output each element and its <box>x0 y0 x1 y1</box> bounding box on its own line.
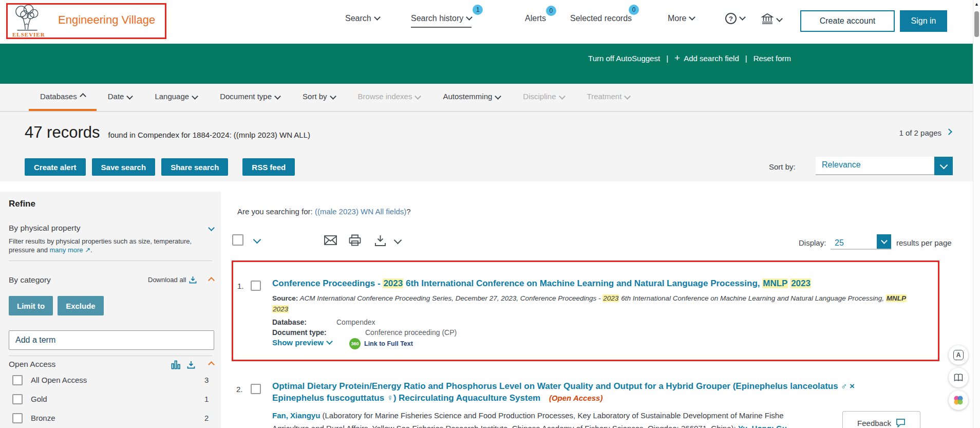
chevron-up-icon[interactable] <box>208 277 215 284</box>
result-1-source: Source: ACM International Conference Pro… <box>272 293 917 314</box>
translate-icon: A <box>953 350 964 360</box>
full-text-link[interactable]: 360 Link to Full Text <box>349 338 413 349</box>
360-badge-icon: 360 <box>349 338 361 349</box>
refine-title: Refine <box>9 199 35 209</box>
nav-search[interactable]: Search <box>345 14 380 23</box>
bronze-checkbox[interactable] <box>12 413 23 423</box>
result-2-checkbox[interactable] <box>251 384 261 394</box>
tab-autostemming[interactable]: Autostemming <box>431 84 512 111</box>
result-1-database-row: Database:Compendex <box>272 318 375 327</box>
nav-more[interactable]: More <box>668 14 694 23</box>
scrollbar-thumb[interactable] <box>974 11 979 37</box>
nav-search-history[interactable]: Search history 1 <box>411 14 472 28</box>
bar-chart-icon[interactable] <box>171 360 181 369</box>
author-link[interactable]: Yu, Hong; Gu <box>738 424 787 428</box>
display-label: Display: <box>799 238 826 247</box>
scrollbar-up-arrow[interactable]: ▲ <box>974 2 979 7</box>
filter-label: All Open Access <box>31 376 87 384</box>
page-scrollbar[interactable]: ▲ <box>973 0 980 428</box>
chevron-down-icon <box>495 93 501 100</box>
show-preview-link[interactable]: Show preview <box>272 338 332 347</box>
chevron-down-icon <box>559 93 566 100</box>
tab-databases[interactable]: Databases <box>29 84 97 111</box>
highlight: 2023 <box>383 278 403 288</box>
add-search-field-link[interactable]: + Add search field <box>674 52 739 64</box>
filter-count: 1 <box>204 395 209 403</box>
many-more-link[interactable]: many more <box>50 246 83 254</box>
tab-language[interactable]: Language <box>143 84 209 111</box>
tab-date[interactable]: Date <box>97 84 144 111</box>
filter-count: 2 <box>204 414 209 422</box>
reader-tool-button[interactable] <box>949 368 968 387</box>
search-suggestion: Are you searching for: ((male 2023) WN A… <box>237 207 411 216</box>
suggestion-link[interactable]: ((male 2023) WN All fields) <box>315 207 406 216</box>
highlight: MNLP <box>762 278 788 288</box>
elsevier-wordmark: ELSEVIER <box>12 31 44 38</box>
chevron-down-icon <box>739 14 746 21</box>
sort-by-value: Relevance <box>822 160 861 170</box>
sort-dropdown-chevron[interactable] <box>934 157 953 175</box>
brand-title[interactable]: Engineering Village <box>58 13 155 27</box>
display-dropdown-chevron[interactable] <box>877 234 891 249</box>
chevron-down-icon[interactable] <box>208 225 215 231</box>
result-1-title-link[interactable]: Conference Proceedings - 2023 6th Intern… <box>272 277 930 289</box>
tab-sort-by[interactable]: Sort by <box>291 84 347 111</box>
select-all-chevron[interactable] <box>253 236 261 244</box>
section-open-access: Open Access <box>9 360 55 369</box>
sign-in-button[interactable]: Sign in <box>900 10 947 32</box>
nav-institution[interactable] <box>761 13 782 25</box>
divider <box>9 356 212 356</box>
physical-property-description: Filter results by physical properties su… <box>9 237 213 254</box>
email-icon[interactable] <box>324 234 337 246</box>
print-icon[interactable] <box>348 234 362 247</box>
limit-to-button[interactable]: Limit to <box>9 296 53 315</box>
pagination[interactable]: 1 of 2 pages <box>899 128 951 137</box>
chevron-down-icon <box>330 93 336 100</box>
all-open-access-checkbox[interactable] <box>12 375 23 385</box>
chevron-down-icon <box>415 93 422 100</box>
section-by-category: By category <box>9 275 51 285</box>
highlight: 2023 <box>602 294 619 302</box>
tab-treatment: Treatment <box>576 84 642 111</box>
turn-off-autosuggest-link[interactable]: Turn off AutoSuggest <box>588 54 660 63</box>
add-term-input[interactable] <box>9 330 214 350</box>
download-icon[interactable] <box>187 361 195 369</box>
result-1-checkbox[interactable] <box>251 281 261 291</box>
elsevier-logo[interactable]: ELSEVIER <box>12 4 44 40</box>
rss-feed-button[interactable]: RSS feed <box>242 158 295 176</box>
create-account-button[interactable]: Create account <box>800 10 895 32</box>
reset-form-link[interactable]: Reset form <box>753 54 791 63</box>
download-icon[interactable] <box>374 234 387 247</box>
create-alert-button[interactable]: Create alert <box>25 158 86 176</box>
author-link[interactable]: Fan, Xiangyu <box>272 411 320 420</box>
chevron-up-icon[interactable] <box>208 361 215 368</box>
chevron-down-icon <box>776 15 783 22</box>
nav-alerts[interactable]: Alerts 0 <box>525 14 546 23</box>
section-physical-property: By physical property <box>9 224 81 233</box>
refine-sidebar: Refine By physical property Filter resul… <box>0 192 221 428</box>
translate-tool-button[interactable]: A <box>949 345 968 365</box>
share-search-button[interactable]: Share search <box>161 158 228 176</box>
select-all-checkbox[interactable] <box>232 234 243 246</box>
book-icon <box>953 373 964 382</box>
save-search-button[interactable]: Save search <box>92 158 156 176</box>
gold-checkbox[interactable] <box>12 394 23 404</box>
result-2-authors: Fan, Xiangyu (Laboratory for Marine Fish… <box>272 409 940 428</box>
open-access-label: (Open Access) <box>549 394 602 402</box>
result-number: 2. <box>236 385 243 394</box>
result-2-title-link[interactable]: Optimal Dietary Protein/Energy Ratio and… <box>272 380 904 404</box>
filter-label: Gold <box>31 395 47 403</box>
download-all[interactable]: Download all <box>148 276 197 284</box>
download-options-chevron[interactable] <box>394 236 402 245</box>
sort-by-dropdown[interactable]: Relevance <box>816 157 953 175</box>
nav-selected-records[interactable]: Selected records 0 <box>570 14 632 23</box>
nav-help[interactable]: ? <box>725 13 745 24</box>
feedback-button[interactable]: Feedback <box>842 411 920 428</box>
ai-assistant-button[interactable] <box>949 390 968 410</box>
filter-tab-bar: Databases Date Language Document type So… <box>0 84 980 112</box>
tab-document-type[interactable]: Document type <box>209 84 291 111</box>
result-1-doctype-row: Document type:Conference proceeding (CP) <box>272 328 457 337</box>
divider <box>9 260 212 261</box>
speech-bubble-icon <box>896 418 906 427</box>
exclude-button[interactable]: Exclude <box>58 296 104 315</box>
